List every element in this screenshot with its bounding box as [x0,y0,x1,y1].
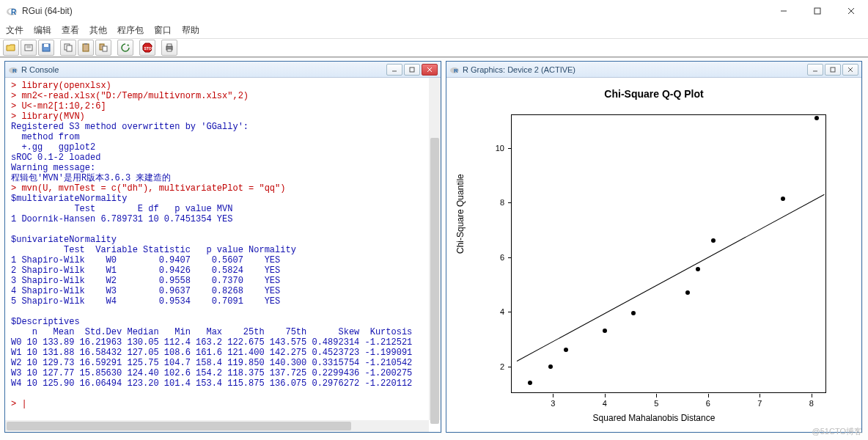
data-point [603,329,607,333]
menu-help[interactable]: 帮助 [182,24,199,37]
console-line: W2 10 129.73 16.59291 125.75 104.7 158.4… [11,358,412,368]
svg-rect-4 [814,8,820,14]
svg-rect-9 [44,44,48,47]
x-tick-label: 6 [706,399,710,408]
console-line: > mvn(U, mvnTest = c("dh"), multivariate… [11,183,285,194]
console-title-bar[interactable]: R R Console [5,62,441,78]
app-title-bar: R RGui (64-bit) [0,0,868,22]
refresh-icon[interactable] [117,40,133,56]
x-tick-label: 5 [654,399,658,408]
maximize-button[interactable] [801,0,834,22]
svg-text:R: R [454,67,458,74]
svg-rect-30 [831,67,835,72]
console-line: $Descriptives [11,317,80,327]
svg-text:R: R [11,8,17,16]
y-tick-label: 8 [490,198,504,207]
menu-packages[interactable]: 程序包 [117,24,144,37]
mdi-minimize-button[interactable] [807,64,823,76]
x-tick-label: 4 [603,399,607,408]
print-icon[interactable] [161,40,177,56]
mdi-close-button[interactable] [422,64,438,76]
svg-rect-13 [84,43,87,45]
load-workspace-icon[interactable] [21,40,37,56]
console-line: 5 Shapiro-Wilk W4 0.9534 0.7091 YES [11,296,296,307]
mdi-minimize-button[interactable] [386,64,402,76]
svg-rect-12 [83,44,89,51]
save-icon[interactable] [38,40,54,56]
menu-misc[interactable]: 其他 [89,24,107,37]
data-point [528,381,532,385]
chart-title: Chi-Square Q-Q Plot [446,88,861,100]
toolbar: STOP [0,38,868,57]
console-line: 程辑包'MVN'是用R版本3.6.3 来建造的 [11,173,177,183]
graphics-title-bar[interactable]: R R Graphics: Device 2 (ACTIVE) [446,62,861,78]
close-button[interactable] [834,0,868,22]
svg-rect-24 [410,67,414,72]
console-window: R R Console > library(openxlsx) > mn2<-r… [4,61,441,433]
r-logo-icon: R [449,65,460,75]
data-point [685,290,690,295]
window-buttons [767,0,868,22]
plot-area: 345678246810 [511,114,826,393]
console-line: +.gg ggplot2 [11,142,95,153]
x-tick-label: 7 [757,399,762,408]
paste-icon[interactable] [78,40,94,56]
svg-rect-11 [67,45,72,51]
menu-bar: 文件 编辑 查看 其他 程序包 窗口 帮助 [0,22,868,38]
x-tick-label: 8 [809,399,814,408]
svg-text:R: R [12,67,17,74]
stop-icon[interactable]: STOP [139,40,155,56]
watermark-text: @51CTO博客 [812,426,862,437]
console-line: $univariateNormality [11,235,117,245]
console-hscroll[interactable] [5,420,429,432]
console-line: $multivariateNormality [11,194,127,204]
menu-file[interactable]: 文件 [6,24,23,37]
console-line: Registered S3 method overwritten by 'GGa… [11,122,249,132]
y-axis-label: Chi-Square Quantile [455,174,466,254]
y-tick-label: 6 [490,253,504,262]
console-line: Test E df p value MVN [11,204,232,214]
console-line: > library(openxlsx) [11,81,111,91]
svg-text:STOP: STOP [144,46,153,51]
console-body[interactable]: > library(openxlsx) > mn2<-read.xlsx("D:… [5,78,441,432]
data-point [814,116,819,120]
console-line: W1 10 131.88 16.58432 127.05 108.6 161.6… [11,348,412,358]
console-vscroll[interactable] [429,78,441,420]
data-point [696,267,700,271]
console-line: 1 Shapiro-Wilk W0 0.9407 0.5607 YES [11,255,296,265]
console-line: n Mean Std.Dev Median Min Max 25th 75th … [11,327,412,337]
console-line: sROC 0.1-2 loaded [11,153,100,163]
y-tick-label: 10 [490,144,504,153]
minimize-button[interactable] [767,0,801,22]
mdi-close-button[interactable] [842,64,858,76]
console-line: 1 Doornik-Hansen 6.789731 10 0.7451354 Y… [11,214,232,224]
cursor: | [21,399,26,409]
console-line: Warning message: [11,163,95,173]
menu-windows[interactable]: 窗口 [154,24,172,37]
console-line: > library(MVN) [11,111,85,122]
console-line: > mn2<-read.xlsx("D:/Temp/multivnorm.xls… [11,91,249,101]
copy-paste-icon[interactable] [95,40,111,56]
svg-rect-20 [167,49,172,51]
menu-view[interactable]: 查看 [62,24,79,37]
data-point [711,238,716,243]
svg-rect-15 [103,46,107,51]
r-logo-icon: R [8,65,18,75]
console-line: 3 Shapiro-Wilk W2 0.9558 0.7370 YES [11,276,296,286]
mdi-maximize-button[interactable] [404,64,420,76]
copy-icon[interactable] [60,40,76,56]
graphics-body: Chi-Square Q-Q Plot Chi-Square Quantile … [446,78,861,432]
y-tick-label: 4 [490,307,504,316]
y-tick-label: 2 [490,362,504,371]
menu-edit[interactable]: 编辑 [34,24,51,37]
data-point [564,348,568,352]
console-line: Test Variable Statistic p value Normalit… [11,245,296,255]
x-tick-label: 3 [551,399,555,408]
mdi-maximize-button[interactable] [825,64,841,76]
graphics-title: R Graphics: Device 2 (ACTIVE) [463,65,807,74]
console-line: 2 Shapiro-Wilk W1 0.9426 0.5824 YES [11,265,296,276]
data-point [631,311,636,315]
mdi-workspace: R R Console > library(openxlsx) > mn2<-r… [0,57,868,440]
qq-reference-line [517,194,825,362]
open-icon[interactable] [3,40,19,56]
